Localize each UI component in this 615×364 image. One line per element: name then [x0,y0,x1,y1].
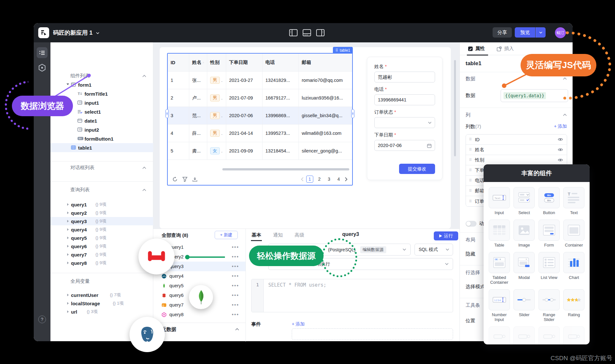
table-cell[interactable]: 16679127... [263,89,299,107]
column-header-性别[interactable]: 性别 [207,54,226,72]
more-menu-icon[interactable]: ••• [232,254,239,260]
visibility-eye-icon[interactable] [558,158,563,162]
run-button[interactable]: 运行 [434,231,458,240]
global-var-localStorage[interactable]: localStorage{} 1项 [50,299,153,308]
table-cell[interactable]: 4 [168,125,189,142]
field-input-电话[interactable]: 13996869441 [374,94,435,105]
table-cell[interactable]: silencer_gong@g... [299,142,352,160]
table-cell[interactable]: romario70@qq.com [299,72,352,89]
palette-item-text[interactable]: TText [563,187,585,215]
preview-button[interactable]: 预览 [515,27,535,38]
tab-insert[interactable]: 插入 [497,46,514,52]
column-header-邮箱[interactable]: 邮箱 [299,54,352,72]
component-tree-icon[interactable] [37,47,48,58]
tree-item-input2[interactable]: Tinput2 [50,125,153,134]
toggle-bottom-panel-icon[interactable] [303,29,311,36]
tree-item-date1[interactable]: date1 [50,116,153,125]
tree-item-form1[interactable]: form1 [50,80,153,89]
next-page-icon[interactable] [345,177,348,181]
table-cell[interactable]: 男. [207,72,226,89]
field-input-订单状态[interactable] [374,117,435,128]
drag-handle-icon[interactable]: ⠿ [469,199,472,204]
table-cell[interactable]: 13995273... [263,125,299,142]
tab-properties[interactable]: 属性 [468,46,485,52]
expand-caret-icon[interactable] [67,228,69,231]
table-cell[interactable]: 张... [189,72,207,89]
palette-item-slider[interactable]: Slider [513,289,536,322]
drag-handle-icon[interactable]: ⠿ [469,158,472,162]
palette-item-container[interactable]: Container [563,220,585,247]
table-cell[interactable]: 龚... [189,142,207,160]
palette-item-select[interactable]: Select [513,187,536,215]
queries-section-header[interactable]: 查询列表 [50,187,153,194]
toggle-right-panel-icon[interactable] [316,29,325,36]
prev-page-icon[interactable] [301,177,304,181]
page-2[interactable]: 2 [316,176,323,183]
page-4[interactable]: 4 [335,176,342,183]
table-cell[interactable]: 2021-07-09 [226,89,263,107]
preview-dropdown-button[interactable] [536,27,546,38]
collapse-icon[interactable] [235,328,239,331]
table-row[interactable]: 5龚...女.2021-09-0913218454...silencer_gon… [168,142,352,160]
table-cell[interactable]: 2021-04-14 [226,125,263,142]
tree-item-table1[interactable]: table1 [50,143,153,152]
expand-caret-icon[interactable] [67,237,69,239]
collapse-icon[interactable] [142,75,146,77]
collapse-icon[interactable] [142,189,146,191]
palette-item-list-view[interactable]: List View [538,252,560,285]
column-header-姓名[interactable]: 姓名 [189,54,207,72]
palette-item-chart[interactable]: Chart [563,252,585,285]
table-cell[interactable]: 2 [168,89,189,107]
table-row[interactable]: 3范...男.2020-07-0613996869...gisselle_bin… [168,107,352,125]
more-menu-icon[interactable]: ••• [232,273,239,279]
dialogs-section-header[interactable]: 对话框列表 [50,165,153,172]
table-cell[interactable]: 女. [207,142,226,160]
page-1[interactable]: 1 [306,176,313,183]
drag-handle-icon[interactable]: ⠿ [469,168,472,172]
table-cell[interactable]: 5 [168,142,189,160]
query-state-query4[interactable]: query4{} 9项 [50,225,153,234]
app-title[interactable]: 码匠的新应用 1 [53,29,99,37]
table-cell[interactable]: 男. [207,125,226,142]
table-horizontal-scrollbar[interactable] [222,168,349,170]
table-cell[interactable]: 2021-03-27 [226,72,263,89]
table-cell[interactable]: 3 [168,107,189,125]
palette-item-form[interactable]: Form [538,220,560,247]
editor-query-query8[interactable]: query8••• [153,310,245,319]
table-cell[interactable]: 2021-09-09 [226,142,263,160]
palette-item-input[interactable]: TextInput [488,187,511,215]
event-drop-zone[interactable] [292,328,453,340]
table-cell[interactable]: 13996869... [263,107,299,125]
sql-mode-select[interactable]: SQL 模式 [414,244,453,256]
dynamic-columns-toggle[interactable] [466,221,477,227]
sql-code[interactable]: SELECT * FROM users; [264,279,453,312]
canvas[interactable]: ⠿table1 ID姓名 性别下单日期电话邮箱1张...男.2021-03-27… [153,42,459,229]
palette-item-range-slider[interactable]: Range Slider [538,289,560,322]
table-row[interactable]: 2卢...男.2021-07-0916679127...luzixuan9356… [168,89,352,107]
page-3[interactable]: 3 [325,176,333,183]
expand-caret-icon[interactable] [67,203,69,206]
metadata-row[interactable]: 元数据 [153,323,245,335]
query-state-query2[interactable]: query2{} 9项 [50,209,153,217]
data-binding-input[interactable]: {{query1.data}} [501,89,568,102]
table-cell[interactable]: luzixuan9356@16... [299,89,352,107]
new-query-button[interactable]: + 新建 [215,231,238,239]
table-selection-tag[interactable]: ⠿table1 [333,47,353,54]
drag-handle-icon[interactable]: ⠿ [469,178,472,183]
expand-caret-icon[interactable] [67,212,69,214]
editor-query-query4[interactable]: query4••• [153,271,245,281]
submit-button[interactable]: 提交修改 [399,164,435,174]
download-icon[interactable] [192,177,198,182]
query-state-query7[interactable]: query7{} 9项 [50,250,153,259]
canvas-scrollbar[interactable] [454,60,456,156]
toggle-left-panel-icon[interactable] [289,29,298,36]
expand-caret-icon[interactable] [67,220,69,222]
table-row[interactable]: 1张...男.2021-03-2713241829...romario70@qq… [168,72,352,89]
table-component[interactable]: ⠿table1 ID姓名 性别下单日期电话邮箱1张...男.2021-03-27… [167,53,353,186]
more-menu-icon[interactable]: ••• [232,264,239,269]
table-cell[interactable]: 卢... [189,89,207,107]
expand-caret-icon[interactable] [67,83,69,86]
table-cell[interactable]: 13218454... [263,142,299,160]
more-menu-icon[interactable]: ••• [232,302,239,308]
table-cell[interactable]: 2020-07-06 [226,107,263,125]
